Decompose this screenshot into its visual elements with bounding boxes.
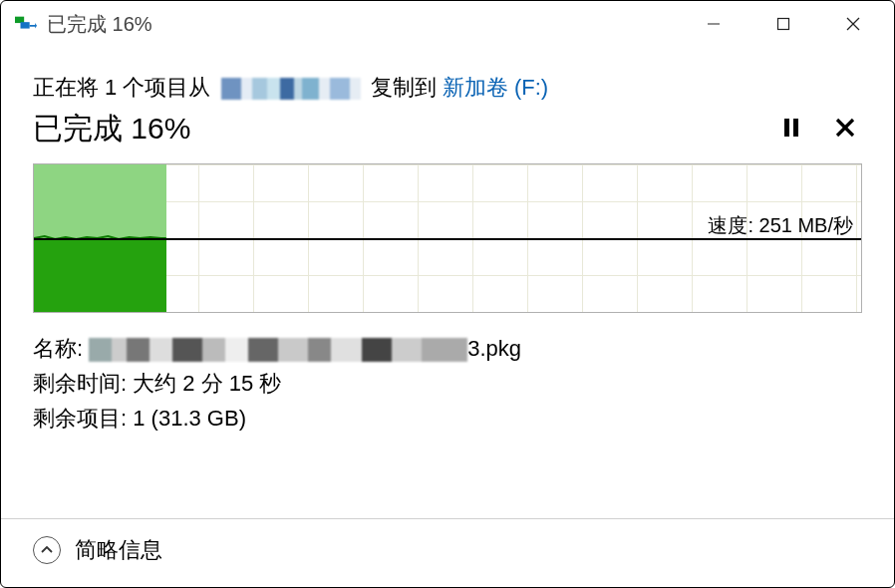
chart-fill-upper xyxy=(34,164,166,238)
filename-redacted xyxy=(89,338,467,362)
dialog-content: 正在将 1 个项目从 复制到 新加卷 (F:) 已完成 16% xyxy=(1,47,894,518)
items-remaining-label: 剩余项目: xyxy=(33,406,127,431)
copy-prefix: 正在将 1 个项目从 xyxy=(33,75,210,100)
speed-label: 速度: 251 MB/秒 xyxy=(708,212,853,239)
chart-fill-lower xyxy=(34,238,166,312)
copy-mid: 复制到 xyxy=(371,75,437,100)
detail-time-row: 剩余时间: 大约 2 分 15 秒 xyxy=(33,366,862,401)
source-name-redacted xyxy=(221,78,361,100)
speed-chart: 速度: 251 MB/秒 xyxy=(33,163,862,313)
details-toggle-label: 简略信息 xyxy=(75,535,162,565)
minimize-button[interactable] xyxy=(679,4,748,44)
name-label: 名称: xyxy=(33,336,83,361)
destination-link[interactable]: 新加卷 (F:) xyxy=(443,75,548,100)
svg-rect-7 xyxy=(793,119,798,137)
maximize-button[interactable] xyxy=(748,4,818,44)
transfer-actions xyxy=(780,117,862,143)
window-title: 已完成 16% xyxy=(47,11,679,38)
status-row: 已完成 16% xyxy=(33,109,862,149)
copy-description: 正在将 1 个项目从 复制到 新加卷 (F:) xyxy=(33,73,862,103)
svg-rect-3 xyxy=(778,19,789,30)
detail-name-row: 名称: 3.pkg xyxy=(33,331,862,366)
filename-suffix: 3.pkg xyxy=(467,336,521,361)
transfer-details: 名称: 3.pkg 剩余时间: 大约 2 分 15 秒 剩余项目: 1 (31.… xyxy=(33,331,862,437)
items-remaining-value: 1 (31.3 GB) xyxy=(133,406,246,431)
detail-items-row: 剩余项目: 1 (31.3 GB) xyxy=(33,401,862,436)
titlebar: 已完成 16% xyxy=(1,1,894,47)
pause-button[interactable] xyxy=(780,117,802,143)
cancel-button[interactable] xyxy=(834,117,856,143)
svg-rect-0 xyxy=(15,17,24,23)
svg-rect-6 xyxy=(784,119,789,137)
copy-dialog-window: 已完成 16% 正在将 1 个项目从 复制到 新加卷 (F:) 已完成 16% xyxy=(0,0,895,588)
details-toggle-button[interactable] xyxy=(33,536,61,564)
close-window-button[interactable] xyxy=(818,4,888,44)
time-remaining-value: 大约 2 分 15 秒 xyxy=(133,371,281,396)
time-remaining-label: 剩余时间: xyxy=(33,371,127,396)
copy-app-icon xyxy=(15,16,37,32)
status-text: 已完成 16% xyxy=(33,109,190,149)
dialog-footer: 简略信息 xyxy=(1,518,894,587)
svg-rect-1 xyxy=(21,22,30,28)
